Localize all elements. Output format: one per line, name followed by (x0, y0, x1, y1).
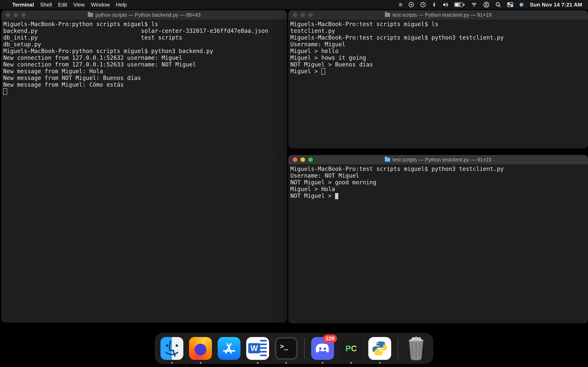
zoom-button[interactable] (308, 157, 313, 162)
svg-point-15 (166, 344, 168, 347)
dock-app-word[interactable] (246, 337, 269, 360)
user-switch-icon[interactable] (483, 2, 489, 8)
close-button[interactable] (293, 13, 297, 17)
control-center-icon[interactable] (507, 2, 513, 7)
svg-point-8 (485, 3, 487, 5)
appstore-icon (218, 337, 241, 360)
svg-rect-4 (463, 4, 465, 6)
svg-point-12 (508, 3, 509, 4)
traffic-lights[interactable] (293, 13, 313, 17)
menu-window[interactable]: Window (91, 2, 110, 8)
svg-point-6 (474, 6, 475, 7)
svg-point-24 (381, 353, 382, 354)
window-title: python scripts — Python backend.py — 86×… (95, 12, 201, 18)
close-button[interactable] (6, 13, 10, 17)
dock: >_ 228 PC (155, 333, 433, 364)
titlebar[interactable]: python scripts — Python backend.py — 86×… (1, 10, 287, 20)
finder-icon (160, 337, 183, 360)
dock-app-pycharm[interactable]: PC (340, 337, 363, 360)
folder-icon (385, 158, 390, 162)
svg-line-10 (499, 6, 501, 7)
terminal-content[interactable]: Miguels-MacBook-Pro:test scripts miguel$… (288, 164, 588, 323)
pycharm-icon: PC (340, 337, 363, 360)
terminal-content[interactable]: Miguels-MacBook-Pro:test scripts miguel$… (288, 20, 588, 149)
word-icon (246, 337, 269, 360)
app-name[interactable]: Terminal (12, 2, 34, 8)
close-button[interactable] (293, 157, 297, 162)
bluetooth-icon[interactable] (432, 2, 436, 8)
titlebar[interactable]: test scripts — Python testclient.py — 91… (288, 155, 588, 164)
folder-icon (385, 13, 390, 17)
cursor (321, 68, 325, 75)
minimize-button[interactable] (301, 13, 305, 17)
trash-icon (406, 336, 426, 361)
terminal-content[interactable]: Miguels-MacBook-Pro:python scripts migue… (1, 20, 287, 323)
svg-point-22 (324, 347, 326, 350)
terminal-icon: >_ (275, 337, 298, 360)
menu-view[interactable]: View (73, 2, 85, 8)
dock-app-firefox[interactable] (189, 337, 212, 360)
minimize-button[interactable] (13, 13, 18, 17)
dock-app-finder[interactable] (160, 337, 183, 360)
zoom-button[interactable] (21, 13, 26, 17)
minimize-button[interactable] (301, 157, 305, 162)
siri-icon[interactable] (519, 2, 524, 7)
terminal-window-client-miguel[interactable]: test scripts — Python testclient.py — 91… (288, 10, 588, 149)
window-title: test scripts — Python testclient.py — 91… (393, 12, 492, 18)
zoom-button[interactable] (308, 13, 313, 17)
menu-edit[interactable]: Edit (58, 2, 67, 8)
traffic-lights[interactable] (6, 13, 26, 17)
dock-app-discord[interactable]: 228 (311, 337, 334, 360)
svg-point-14 (511, 6, 512, 7)
discord-badge: 228 (323, 334, 337, 342)
svg-point-9 (496, 3, 499, 6)
dock-app-terminal[interactable]: >_ (275, 337, 298, 360)
cursor (3, 88, 7, 95)
python-idle-icon (368, 337, 391, 360)
menu-help[interactable]: Help (116, 2, 127, 8)
svg-point-21 (319, 347, 321, 350)
time-machine-icon[interactable] (420, 2, 426, 8)
cursor (335, 193, 338, 199)
battery-icon[interactable] (454, 2, 465, 7)
titlebar[interactable]: test scripts — Python testclient.py — 91… (288, 10, 588, 20)
wifi-icon[interactable] (471, 2, 477, 7)
menu-clock[interactable]: Sun Nov 14 7:21 AM (530, 2, 582, 8)
terminal-window-client-notmiguel[interactable]: test scripts — Python testclient.py — 91… (288, 155, 588, 323)
dock-app-python-idle[interactable] (368, 337, 391, 360)
screen-mirroring-icon[interactable] (408, 2, 414, 8)
svg-marker-1 (411, 4, 412, 6)
terminal-window-backend[interactable]: python scripts — Python backend.py — 86×… (1, 10, 287, 323)
dock-app-appstore[interactable] (218, 337, 241, 360)
window-title: test scripts — Python testclient.py — 91… (393, 157, 492, 163)
svg-point-23 (377, 342, 378, 344)
folder-icon (88, 13, 93, 17)
dock-separator (398, 338, 398, 359)
spotlight-icon[interactable] (495, 2, 501, 8)
menubar: Terminal Shell Edit View Window Help (0, 0, 588, 9)
status-recording-icon[interactable] (399, 3, 402, 7)
svg-point-16 (176, 344, 178, 347)
dock-trash[interactable] (405, 337, 428, 360)
dock-separator (304, 338, 305, 359)
menu-shell[interactable]: Shell (40, 2, 52, 8)
volume-icon[interactable] (442, 2, 449, 8)
traffic-lights[interactable] (293, 157, 313, 162)
firefox-icon (189, 337, 212, 360)
